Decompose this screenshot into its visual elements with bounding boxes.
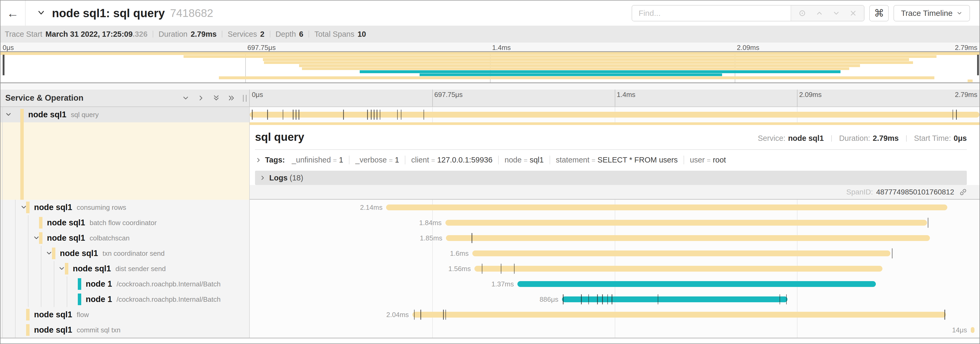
minimap-span-bar (264, 61, 913, 64)
span-timeline-cell[interactable]: 14μs (249, 322, 980, 338)
span-timeline-cell[interactable]: 1.6ms (249, 246, 980, 261)
collapse-all-double-chevron-down-icon[interactable] (212, 94, 220, 102)
tag-item: statement=SELECT * FROM users (550, 156, 684, 164)
span-timeline-cell[interactable]: 2.04ms (249, 307, 980, 322)
span-timeline-cell[interactable] (249, 107, 980, 122)
minimap-canvas[interactable] (0, 51, 980, 83)
span-row[interactable]: node sql1txn coordinator send1.6ms (0, 246, 980, 261)
span-name-label: node sql1batch flow coordinator (47, 215, 157, 230)
span-name-cell[interactable]: node sql1consuming rows (0, 200, 249, 215)
view-selector-button[interactable]: Trace Timeline (894, 5, 970, 21)
back-button[interactable]: ← (0, 0, 25, 26)
span-color-stripe (26, 202, 30, 213)
row-expander-chevron-down-icon[interactable] (58, 265, 65, 273)
span-name-cell[interactable]: node sql1dist sender send (0, 261, 249, 276)
span-row[interactable]: node 1/cockroach.roachpb.Internal/Batch1… (0, 276, 980, 292)
span-name-cell[interactable]: node sql1batch flow coordinator (0, 215, 249, 230)
span-bar[interactable] (517, 281, 876, 287)
expand-all-double-chevron-right-icon[interactable] (228, 94, 235, 102)
log-marker-tick (420, 310, 421, 320)
span-bar[interactable] (971, 327, 974, 333)
span-color-stripe (39, 232, 43, 244)
span-name-cell[interactable]: node sql1sql query (0, 107, 249, 122)
span-bar[interactable] (562, 296, 788, 302)
tree-guide-line (15, 230, 16, 246)
log-marker-tick (471, 233, 473, 243)
span-bar[interactable] (445, 220, 927, 226)
span-name-cell[interactable]: node sql1commit sql txn (0, 322, 249, 338)
collapse-trace-chevron-down-icon[interactable] (36, 9, 46, 18)
duration-label: Duration: (839, 134, 870, 142)
tag-item: user=root (684, 156, 732, 164)
column-resizer-grip[interactable] (243, 95, 247, 102)
span-name-cell[interactable]: node sql1flow (0, 307, 249, 322)
expand-one-chevron-right-icon[interactable] (197, 94, 205, 102)
span-timeline-cell[interactable]: 1.85ms (249, 230, 980, 246)
minimap-row (0, 70, 980, 74)
tree-guide-line (41, 292, 41, 307)
span-name-cell[interactable]: node 1/cockroach.roachpb.Internal/Batch (0, 276, 249, 292)
tags-expander[interactable]: Tags: _unfinished=1_verbose=1client=127.… (255, 156, 967, 164)
span-timeline-cell[interactable]: 1.84ms (249, 215, 980, 230)
trace-title-wrap[interactable]: node sql1: sql query 7418682 (36, 6, 213, 20)
tag-item: _unfinished=1 (288, 156, 349, 164)
total-spans-label: Total Spans (314, 30, 355, 38)
span-name-cell[interactable]: node sql1txn coordinator send (0, 246, 249, 261)
span-bar[interactable] (250, 112, 980, 118)
row-expander-chevron-down-icon[interactable] (5, 111, 12, 119)
span-row[interactable]: node sql1batch flow coordinator1.84ms (0, 215, 980, 230)
find-input[interactable] (632, 6, 791, 21)
span-row[interactable]: node sql1flow2.04ms (0, 307, 980, 322)
collapse-one-chevron-down-icon[interactable] (182, 94, 189, 102)
deep-link-icon[interactable] (959, 188, 967, 196)
service-name: node sql1 (73, 264, 111, 274)
span-row[interactable]: node sql1colbatchscan1.85ms (0, 230, 980, 246)
tree-guide-line (28, 215, 29, 230)
span-row[interactable]: node 1/cockroach.roachpb.Internal/Batch8… (0, 292, 980, 307)
span-bar[interactable] (386, 205, 947, 210)
span-timeline-cell[interactable]: 2.14ms (249, 200, 980, 215)
depth-label: Depth (275, 30, 296, 38)
span-row[interactable]: node sql1consuming rows2.14ms (0, 200, 980, 215)
span-name-cell[interactable]: node 1/cockroach.roachpb.Internal/Batch (0, 292, 249, 307)
keyboard-shortcuts-button[interactable]: ⌘ (869, 5, 889, 21)
log-marker-tick (786, 294, 787, 304)
viewport-right-drag-handle[interactable] (977, 55, 979, 75)
next-match-chevron-down-icon[interactable] (832, 9, 840, 17)
span-bar[interactable] (474, 266, 883, 272)
log-marker-tick (953, 110, 953, 120)
viewport-left-drag-handle[interactable] (3, 55, 5, 75)
operation-name: dist sender send (116, 265, 166, 273)
operation-name: commit sql txn (77, 326, 121, 334)
log-marker-tick (380, 110, 380, 120)
tree-guide-line (2, 292, 3, 307)
focus-match-icon[interactable] (798, 9, 807, 18)
span-bar[interactable] (412, 312, 946, 318)
log-marker-tick (267, 110, 268, 120)
span-detail-row: sql query Service:node sql1 Duration:2.7… (0, 122, 980, 200)
axis-tick-label: 1.4ms (492, 43, 511, 52)
span-row[interactable]: node sql1dist sender send1.56ms (0, 261, 980, 276)
operation-name: sql query (71, 111, 99, 119)
operation-name: batch flow coordinator (90, 219, 157, 227)
view-selector-label: Trace Timeline (901, 9, 953, 18)
row-expander-chevron-down-icon[interactable] (45, 250, 53, 258)
span-timeline-cell[interactable]: 886μs (249, 292, 980, 307)
trace-meta-bar: Trace Start March 31 2022, 17:25:09.326 … (0, 26, 980, 43)
clear-find-icon[interactable] (849, 9, 857, 17)
span-name-cell[interactable]: node sql1colbatchscan (0, 230, 249, 246)
minimap-span-bar (299, 64, 860, 67)
span-row[interactable]: node sql1sql query (0, 107, 980, 122)
span-detail-title: sql query (255, 131, 304, 144)
span-timeline-cell[interactable]: 1.37ms (249, 276, 980, 292)
logs-expander[interactable]: Logs (18) (255, 171, 967, 185)
operation-name: colbatchscan (90, 234, 130, 242)
prev-match-chevron-up-icon[interactable] (815, 9, 823, 17)
log-marker-tick (612, 294, 612, 304)
tree-controls (182, 94, 235, 102)
span-bar[interactable] (473, 250, 890, 256)
span-row[interactable]: node sql1commit sql txn14μs (0, 322, 980, 338)
minimap-span-bar (967, 80, 973, 82)
span-timeline-cell[interactable]: 1.56ms (249, 261, 980, 276)
span-bar[interactable] (446, 235, 930, 241)
